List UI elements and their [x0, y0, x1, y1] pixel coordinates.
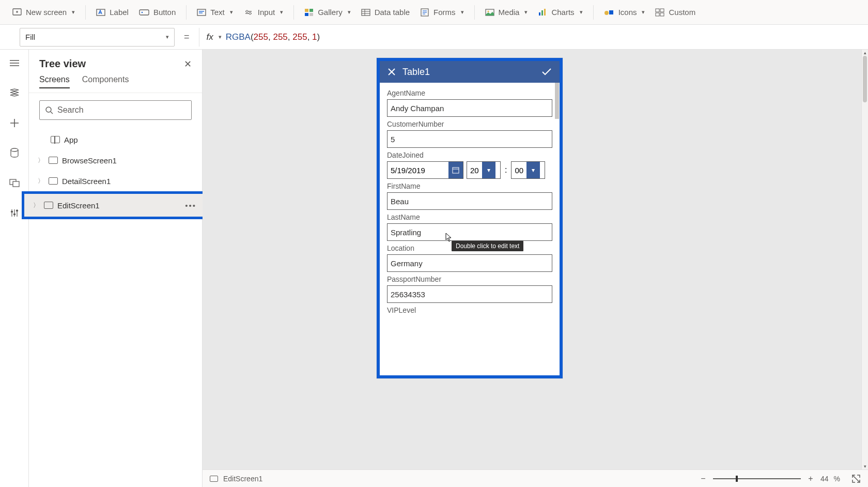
property-selector[interactable]: Fill ▾ — [20, 28, 175, 47]
search-input[interactable]: Search — [39, 100, 192, 120]
svg-rect-16 — [309, 13, 313, 16]
gallery-icon — [304, 8, 314, 17]
add-icon[interactable] — [6, 115, 23, 131]
last-name-input[interactable]: Spratling — [387, 223, 552, 241]
customer-number-input[interactable]: 5 — [387, 130, 552, 148]
text-button[interactable]: Text▾ — [192, 5, 238, 20]
data-table-button[interactable]: Data table — [356, 5, 415, 20]
svg-rect-35 — [660, 13, 664, 16]
separator — [85, 5, 86, 20]
cancel-icon[interactable] — [386, 66, 397, 78]
tree-view-icon[interactable] — [6, 85, 23, 101]
media-label: Media — [499, 8, 520, 17]
button-label: Button — [153, 8, 176, 17]
more-icon[interactable]: ••• — [185, 201, 196, 210]
chevron-down-icon: ▾ — [280, 9, 283, 16]
svg-point-41 — [11, 148, 18, 151]
zoom-in-button[interactable]: + — [806, 474, 815, 483]
chevron-down-icon: ▾ — [348, 9, 351, 16]
custom-label: Custom — [669, 8, 695, 17]
hour-select[interactable]: 20 ▾ — [467, 161, 501, 179]
tree-label: App — [64, 135, 78, 144]
media-button[interactable]: Media▾ — [480, 5, 533, 20]
edit-form: AgentName Andy Champan CustomerNumber 5 … — [380, 83, 560, 375]
search-placeholder: Search — [57, 105, 84, 115]
data-icon[interactable] — [6, 145, 23, 161]
status-bar: EditScreen1 − + 44 % — [203, 469, 868, 487]
tab-screens[interactable]: Screens — [39, 75, 70, 88]
input-button[interactable]: Input▾ — [238, 5, 288, 20]
button-button[interactable]: Button — [134, 5, 181, 20]
scroll-up-icon[interactable]: ▴ — [862, 50, 868, 56]
svg-rect-47 — [11, 211, 13, 212]
gallery-button[interactable]: Gallery▾ — [299, 5, 356, 20]
date-picker[interactable]: 5/19/2019 — [387, 161, 463, 179]
new-screen-button[interactable]: New screen▾ — [7, 5, 80, 20]
tree-label: BrowseScreen1 — [62, 156, 117, 165]
first-name-input[interactable]: Beau — [387, 192, 552, 210]
scroll-thumb[interactable] — [863, 56, 867, 102]
canvas-scrollbar[interactable]: ▴ ▾ — [861, 50, 868, 469]
field-label: AgentName — [387, 89, 552, 97]
svg-rect-29 — [544, 9, 546, 16]
tree-node-app[interactable]: App — [29, 129, 202, 150]
text-icon — [197, 8, 206, 17]
scroll-down-icon[interactable]: ▾ — [862, 463, 868, 469]
hamburger-icon[interactable] — [6, 55, 23, 71]
charts-icon — [538, 8, 547, 17]
svg-rect-49 — [16, 210, 18, 211]
design-canvas[interactable]: Table1 AgentName Andy Champan CustomerNu… — [203, 50, 861, 469]
status-screen-name[interactable]: EditScreen1 — [223, 475, 262, 483]
field-label: LastName — [387, 213, 552, 221]
tree-node-detailscreen[interactable]: 〉 DetailScreen1 — [29, 171, 202, 191]
svg-rect-32 — [656, 9, 659, 12]
chevron-down-icon: ▾ — [166, 34, 169, 40]
gallery-label: Gallery — [318, 8, 343, 17]
screen-icon — [49, 177, 58, 185]
chevron-down-icon: ▾ — [72, 9, 75, 16]
svg-rect-31 — [609, 10, 613, 14]
input-label: Input — [258, 8, 275, 17]
new-screen-icon — [12, 8, 22, 17]
svg-rect-4 — [140, 10, 149, 15]
icons-button[interactable]: Icons▾ — [599, 5, 650, 20]
agent-name-input[interactable]: Andy Champan — [387, 99, 552, 117]
svg-rect-48 — [13, 214, 16, 215]
time-colon: : — [504, 161, 508, 179]
media-icon — [485, 8, 494, 17]
label-button[interactable]: Label — [91, 5, 134, 20]
tree-view-panel: Tree view ✕ Screens Components Search Ap… — [29, 50, 203, 487]
passport-number-input[interactable]: 25634353 — [387, 285, 552, 303]
close-icon[interactable]: ✕ — [184, 58, 192, 70]
chevron-right-icon: 〉 — [33, 201, 40, 210]
advanced-icon[interactable] — [6, 205, 23, 221]
app-icon — [51, 136, 60, 143]
tree-node-browsescreen[interactable]: 〉 BrowseScreen1 — [29, 150, 202, 171]
tab-components[interactable]: Components — [82, 75, 129, 88]
charts-button[interactable]: Charts▾ — [533, 5, 587, 20]
custom-button[interactable]: Custom — [650, 5, 701, 20]
forms-button[interactable]: Forms▾ — [415, 5, 469, 20]
screen-preview[interactable]: Table1 AgentName Andy Champan CustomerNu… — [377, 58, 563, 378]
submit-icon[interactable] — [540, 65, 553, 79]
minute-select[interactable]: 00 ▾ — [511, 161, 545, 179]
tree-node-editscreen[interactable]: 〉 EditScreen1 ••• — [24, 194, 207, 217]
form-titlebar: Table1 — [380, 61, 560, 83]
input-icon — [243, 8, 254, 17]
label-label: Label — [110, 8, 129, 17]
fit-to-screen-icon[interactable] — [851, 474, 861, 483]
field-label: DateJoined — [387, 151, 552, 159]
media-rail-icon[interactable] — [6, 175, 23, 191]
zoom-slider-thumb[interactable] — [736, 476, 738, 482]
text-label: Text — [210, 8, 225, 17]
calendar-icon[interactable] — [448, 162, 463, 178]
zoom-out-button[interactable]: − — [699, 474, 708, 483]
location-input[interactable]: Germany — [387, 254, 552, 272]
icons-label: Icons — [618, 8, 637, 17]
svg-rect-28 — [541, 10, 543, 16]
zoom-slider[interactable] — [713, 478, 801, 479]
screen-icon — [210, 476, 218, 482]
svg-rect-43 — [13, 181, 19, 187]
chevron-down-icon: ▾ — [642, 9, 645, 16]
formula-editor[interactable]: fx ▾ RGBA(255, 255, 255, 1) — [199, 28, 862, 47]
